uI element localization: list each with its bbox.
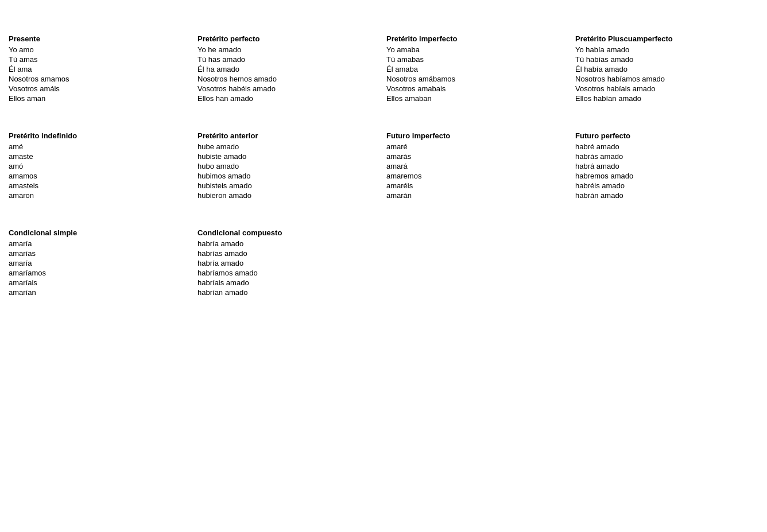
tense-form-preterito-pluscuamperfecto-4: Vosotros habíais amado — [575, 84, 758, 93]
tense-form-condicional-compuesto-1: habrías amado — [197, 249, 381, 258]
tense-title-preterito-anterior: Pretérito anterior — [197, 131, 381, 140]
tense-form-preterito-imperfecto-3: Nosotros amábamos — [386, 75, 570, 83]
tense-block-preterito-anterior: Pretérito anteriorhube amadohubiste amad… — [197, 131, 381, 200]
tense-form-preterito-imperfecto-5: Ellos amaban — [386, 94, 570, 103]
tense-form-preterito-perfecto-4: Vosotros habéis amado — [197, 84, 381, 93]
tense-form-presente-1: Tú amas — [9, 55, 192, 64]
tense-block-preterito-perfecto: Pretérito perfectoYo he amadoTú has amad… — [197, 34, 381, 103]
tense-form-preterito-indefinido-4: amasteis — [9, 181, 192, 190]
tense-title-preterito-indefinido: Pretérito indefinido — [9, 131, 192, 140]
tense-form-futuro-perfecto-3: habremos amado — [575, 172, 758, 180]
tense-block-condicional-simple: Condicional simpleamaríaamaríasamaríaama… — [9, 228, 192, 297]
tense-form-preterito-imperfecto-1: Tú amabas — [386, 55, 570, 64]
tense-form-preterito-perfecto-0: Yo he amado — [197, 45, 381, 54]
tense-title-condicional-compuesto: Condicional compuesto — [197, 228, 381, 237]
tense-form-preterito-indefinido-1: amaste — [9, 152, 192, 161]
tense-form-condicional-simple-4: amaríais — [9, 278, 192, 287]
tense-title-condicional-simple: Condicional simple — [9, 228, 192, 237]
tense-form-futuro-imperfecto-2: amará — [386, 162, 570, 170]
tense-title-preterito-imperfecto: Pretérito imperfecto — [386, 34, 570, 43]
tense-form-preterito-perfecto-2: Él ha amado — [197, 65, 381, 73]
tense-block-presente: PresenteYo amoTú amasÉl amaNosotros amam… — [9, 34, 192, 103]
tense-block-futuro-imperfecto: Futuro imperfectoamaréamarásamaráamaremo… — [386, 131, 570, 200]
tense-form-preterito-perfecto-5: Ellos han amado — [197, 94, 381, 103]
tense-form-condicional-compuesto-0: habría amado — [197, 239, 381, 248]
tense-block-preterito-indefinido: Pretérito indefinidoaméamasteamóamamosam… — [9, 131, 192, 200]
tense-form-condicional-simple-0: amaría — [9, 239, 192, 248]
tense-title-futuro-imperfecto: Futuro imperfecto — [386, 131, 570, 140]
conjugation-grid: PresenteYo amoTú amasÉl amaNosotros amam… — [9, 34, 758, 297]
tense-form-preterito-anterior-3: hubimos amado — [197, 172, 381, 180]
tense-form-presente-3: Nosotros amamos — [9, 75, 192, 83]
tense-title-presente: Presente — [9, 34, 192, 43]
tense-form-preterito-pluscuamperfecto-2: Él había amado — [575, 65, 758, 73]
tense-form-preterito-indefinido-3: amamos — [9, 172, 192, 180]
tense-form-preterito-pluscuamperfecto-3: Nosotros habíamos amado — [575, 75, 758, 83]
tense-form-futuro-imperfecto-0: amaré — [386, 142, 570, 151]
tense-form-condicional-simple-3: amaríamos — [9, 269, 192, 277]
tense-form-presente-2: Él ama — [9, 65, 192, 73]
tense-form-preterito-perfecto-1: Tú has amado — [197, 55, 381, 64]
tense-form-preterito-anterior-5: hubieron amado — [197, 191, 381, 200]
tense-form-presente-4: Vosotros amáis — [9, 84, 192, 93]
tense-form-preterito-imperfecto-2: Él amaba — [386, 65, 570, 73]
tense-form-futuro-imperfecto-1: amarás — [386, 152, 570, 161]
tense-form-preterito-anterior-0: hube amado — [197, 142, 381, 151]
tense-form-presente-5: Ellos aman — [9, 94, 192, 103]
tense-form-condicional-compuesto-3: habríamos amado — [197, 269, 381, 277]
tense-form-condicional-compuesto-4: habríais amado — [197, 278, 381, 287]
tense-form-preterito-indefinido-2: amó — [9, 162, 192, 170]
tense-form-futuro-perfecto-5: habrán amado — [575, 191, 758, 200]
tense-form-preterito-indefinido-0: amé — [9, 142, 192, 151]
tense-form-preterito-perfecto-3: Nosotros hemos amado — [197, 75, 381, 83]
tense-form-preterito-pluscuamperfecto-5: Ellos habían amado — [575, 94, 758, 103]
tense-block-futuro-perfecto: Futuro perfectohabré amadohabrás amadoha… — [575, 131, 758, 200]
tense-form-preterito-anterior-1: hubiste amado — [197, 152, 381, 161]
tense-title-futuro-perfecto: Futuro perfecto — [575, 131, 758, 140]
tense-title-preterito-pluscuamperfecto: Pretérito Pluscuamperfecto — [575, 34, 758, 43]
tense-form-condicional-compuesto-5: habrían amado — [197, 288, 381, 297]
tense-form-futuro-imperfecto-4: amaréis — [386, 181, 570, 190]
tense-form-preterito-anterior-2: hubo amado — [197, 162, 381, 170]
tense-form-preterito-imperfecto-4: Vosotros amabais — [386, 84, 570, 93]
tense-form-condicional-simple-5: amarían — [9, 288, 192, 297]
tense-title-preterito-perfecto: Pretérito perfecto — [197, 34, 381, 43]
tense-form-condicional-simple-1: amarías — [9, 249, 192, 258]
tense-block-condicional-compuesto: Condicional compuestohabría amadohabrías… — [197, 228, 381, 297]
tense-form-futuro-perfecto-1: habrás amado — [575, 152, 758, 161]
tense-form-preterito-anterior-4: hubisteis amado — [197, 181, 381, 190]
tense-form-futuro-imperfecto-5: amarán — [386, 191, 570, 200]
tense-form-futuro-imperfecto-3: amaremos — [386, 172, 570, 180]
tense-form-preterito-pluscuamperfecto-0: Yo había amado — [575, 45, 758, 54]
tense-block-preterito-imperfecto: Pretérito imperfectoYo amabaTú amabasÉl … — [386, 34, 570, 103]
tense-form-presente-0: Yo amo — [9, 45, 192, 54]
tense-form-preterito-imperfecto-0: Yo amaba — [386, 45, 570, 54]
tense-form-preterito-pluscuamperfecto-1: Tú habías amado — [575, 55, 758, 64]
tense-form-futuro-perfecto-2: habrá amado — [575, 162, 758, 170]
tense-form-preterito-indefinido-5: amaron — [9, 191, 192, 200]
tense-block-preterito-pluscuamperfecto: Pretérito PluscuamperfectoYo había amado… — [575, 34, 758, 103]
tense-form-condicional-compuesto-2: habría amado — [197, 259, 381, 267]
tense-form-futuro-perfecto-4: habréis amado — [575, 181, 758, 190]
tense-form-condicional-simple-2: amaría — [9, 259, 192, 267]
tense-form-futuro-perfecto-0: habré amado — [575, 142, 758, 151]
